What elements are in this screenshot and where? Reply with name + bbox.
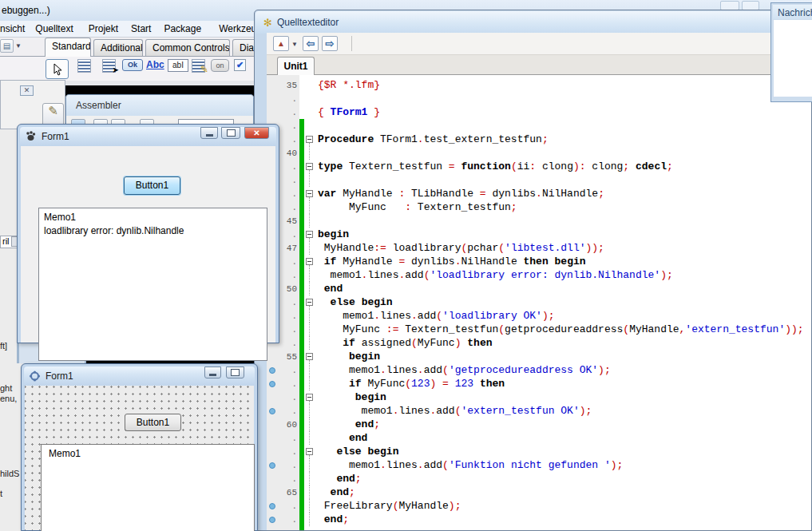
line-number[interactable]: .: [278, 515, 297, 525]
fold-column[interactable]: [304, 241, 315, 255]
designer-form-surface[interactable]: Button1 Memo1: [25, 386, 254, 530]
navigate-forward-icon[interactable]: ⇨: [322, 36, 338, 51]
menu-quelltext[interactable]: Quelltext: [35, 23, 73, 34]
button1[interactable]: Button1: [124, 176, 180, 195]
line-number[interactable]: .: [278, 311, 297, 321]
code-line[interactable]: . else begin: [267, 295, 811, 309]
fold-collapse-icon[interactable]: [306, 163, 313, 170]
fold-column[interactable]: [304, 78, 315, 92]
line-number[interactable]: .: [278, 203, 297, 212]
code-line[interactable]: 65 end;: [267, 485, 811, 499]
fold-column[interactable]: [304, 173, 315, 187]
line-number[interactable]: .: [278, 176, 297, 185]
ttogglebox-icon[interactable]: on: [211, 59, 229, 72]
code-line[interactable]: 35{$R *.lfm}: [267, 78, 811, 92]
code-line[interactable]: . FreeLibrary(MyHandle);: [267, 499, 811, 513]
tab-unit1[interactable]: Unit1: [277, 57, 315, 75]
menu-projekt[interactable]: Projekt: [89, 23, 118, 34]
tmemo-icon[interactable]: ✎: [192, 59, 205, 73]
debug-line-dot[interactable]: [269, 462, 275, 469]
code-line[interactable]: . end;: [267, 472, 811, 485]
debug-marker-column[interactable]: [267, 390, 278, 404]
code-line[interactable]: . memo1.lines.add('loadlibrary OK');: [267, 309, 811, 323]
fold-column[interactable]: [304, 268, 315, 282]
code-line[interactable]: .: [267, 119, 811, 133]
code-line[interactable]: .Procedure TForm1.test_extern_testfun;: [267, 133, 811, 146]
fold-column[interactable]: [304, 323, 315, 336]
button1-design[interactable]: Button1: [125, 414, 181, 431]
line-number[interactable]: .: [278, 339, 297, 348]
fold-column[interactable]: [304, 282, 315, 295]
debug-marker-column[interactable]: [267, 513, 278, 526]
jump-to-implementation-icon[interactable]: ▲: [273, 36, 289, 51]
line-number[interactable]: .: [278, 94, 297, 104]
fold-column[interactable]: [304, 418, 315, 431]
fold-column[interactable]: [304, 309, 315, 323]
code-line[interactable]: . if assigned(MyFunc) then: [267, 336, 811, 350]
fold-column[interactable]: [304, 119, 315, 133]
fold-column[interactable]: [304, 404, 315, 418]
line-number[interactable]: .: [278, 447, 297, 457]
line-number[interactable]: 45: [278, 216, 297, 226]
debug-marker-column[interactable]: [267, 377, 278, 390]
line-number[interactable]: 50: [278, 284, 297, 294]
fold-column[interactable]: [304, 445, 315, 458]
jump-dropdown-icon[interactable]: ▼: [291, 41, 298, 48]
menu-start[interactable]: Start: [131, 23, 151, 34]
fold-column[interactable]: [304, 105, 315, 119]
debug-marker-column[interactable]: [267, 92, 278, 105]
code-line[interactable]: .: [267, 526, 811, 530]
fold-column[interactable]: [304, 133, 315, 146]
line-number[interactable]: .: [278, 121, 297, 131]
code-line[interactable]: .type Textern_testfun = function(ii: clo…: [267, 160, 811, 173]
debug-line-dot[interactable]: [269, 517, 275, 523]
code-line[interactable]: .var MyHandle : TLibHandle = dynlibs.Nil…: [267, 187, 811, 200]
designer-form-window[interactable]: Form1 Button1 Memo1: [21, 363, 258, 531]
line-number[interactable]: 65: [278, 488, 297, 497]
fold-collapse-icon[interactable]: [306, 190, 313, 197]
fold-collapse-icon[interactable]: [306, 231, 313, 238]
line-number[interactable]: .: [278, 325, 297, 335]
code-line[interactable]: .begin: [267, 228, 811, 241]
navigate-back-icon[interactable]: ⇦: [303, 36, 319, 51]
code-line[interactable]: 40: [267, 146, 811, 160]
code-line[interactable]: . memo1.lines.add('loadlibrary error: dy…: [267, 268, 811, 282]
maximize-button[interactable]: [221, 127, 240, 139]
fold-column[interactable]: [304, 160, 315, 173]
memo1-design[interactable]: Memo1: [41, 444, 255, 531]
tedit-icon[interactable]: abI: [168, 59, 188, 72]
code-line[interactable]: . end: [267, 431, 811, 445]
line-number[interactable]: 40: [278, 149, 297, 158]
fold-column[interactable]: [304, 350, 315, 363]
new-unit-dropdown-icon[interactable]: ▼: [15, 42, 22, 50]
fold-column[interactable]: [304, 499, 315, 513]
line-number[interactable]: 35: [278, 81, 297, 90]
fold-column[interactable]: [304, 485, 315, 499]
fold-collapse-icon[interactable]: [306, 258, 313, 265]
fold-column[interactable]: [304, 187, 315, 200]
debug-marker-column[interactable]: [267, 418, 278, 431]
debug-line-dot[interactable]: [269, 367, 275, 374]
tab-common-controls[interactable]: Common Controls: [145, 39, 230, 56]
fold-column[interactable]: [304, 431, 315, 445]
debug-marker-column[interactable]: [267, 499, 278, 513]
fold-collapse-icon[interactable]: [306, 299, 313, 306]
fold-column[interactable]: [304, 472, 315, 485]
line-number[interactable]: 60: [278, 420, 297, 430]
debug-line-dot[interactable]: [269, 408, 275, 414]
new-unit-icon[interactable]: ▤: [0, 39, 14, 53]
minimize-button[interactable]: [200, 127, 218, 139]
code-line[interactable]: 60 end;: [267, 418, 811, 431]
fold-column[interactable]: [304, 200, 315, 214]
line-number[interactable]: .: [278, 474, 297, 484]
fold-column[interactable]: [304, 255, 315, 268]
line-number[interactable]: .: [278, 230, 297, 240]
run-form-window[interactable]: Form1 ✕ Button1 Memo1 loadlibrary error:…: [17, 124, 279, 343]
code-line[interactable]: .: [267, 173, 811, 187]
fold-column[interactable]: [304, 214, 315, 228]
code-editor[interactable]: 35{$R *.lfm}..{ TForm1 }..Procedure TFor…: [267, 75, 811, 530]
debug-line-dot[interactable]: [269, 381, 275, 387]
fold-collapse-icon[interactable]: [306, 394, 313, 401]
close-button[interactable]: ✕: [244, 127, 269, 139]
tbutton-icon[interactable]: Ok: [122, 59, 143, 71]
